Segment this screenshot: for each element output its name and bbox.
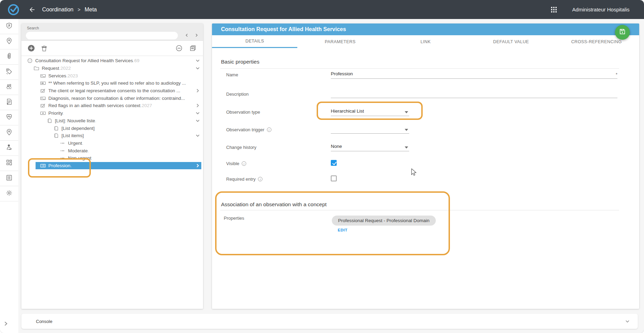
details-panel: Consultation Request for Allied Health S…	[212, 23, 639, 309]
location-pin-icon	[6, 37, 13, 46]
tree-item[interactable]: Consultation Request for Allied Health S…	[21, 57, 203, 65]
tab-details[interactable]: DETAILS	[212, 35, 297, 48]
collapse-all-button[interactable]	[175, 44, 183, 53]
tree-item-label: Non-urgent	[68, 155, 92, 161]
tree-item[interactable]: Request.2022	[21, 65, 203, 72]
nav-documents[interactable]	[0, 95, 18, 110]
section-divider	[220, 210, 619, 210]
nav-settings[interactable]	[0, 186, 18, 201]
tree-toolbar	[21, 41, 203, 56]
tab-bar: DETAILS PARAMETERS LINK DEFAULT VALUE CR…	[212, 35, 639, 48]
chevron-right-icon[interactable]	[195, 88, 200, 93]
tree-item[interactable]: ** When referring to SLP, you will need …	[21, 79, 203, 87]
user-menu[interactable]: Administrateur Hospitalis	[572, 7, 629, 12]
app-logo-check-icon	[7, 3, 20, 16]
tab-parameters[interactable]: PARAMETERS	[297, 35, 383, 48]
chevron-down-icon[interactable]	[195, 118, 200, 123]
change-history-value: None	[331, 144, 342, 149]
label-icon	[40, 80, 46, 86]
properties-label: Properties	[224, 216, 244, 221]
observation-trigger-select[interactable]	[331, 126, 409, 134]
search-input[interactable]	[26, 32, 178, 39]
tree-item-profession[interactable]: Profession.	[21, 162, 203, 170]
heart-pulse-icon	[6, 113, 13, 122]
dashboard-icon	[6, 159, 13, 168]
tree-item[interactable]: [List dependent]	[21, 124, 203, 132]
chevron-down-icon[interactable]	[195, 133, 200, 138]
nav-rail	[0, 19, 18, 333]
tree-item-label: Profession	[48, 163, 70, 168]
change-history-select[interactable]: None	[331, 144, 409, 151]
tree-item[interactable]: [List]: Nouvelle liste.	[21, 117, 203, 125]
field-label: Observation type	[226, 108, 331, 115]
tree-item[interactable]: Red flags in an allied health services c…	[21, 102, 203, 110]
duplicate-button[interactable]	[189, 44, 197, 53]
tree-item[interactable]: [List items]	[21, 132, 203, 140]
tree-item[interactable]: Services.2023	[21, 72, 203, 79]
info-icon[interactable]: i	[242, 161, 246, 166]
panel-title-bar: Consultation Request for Allied Health S…	[212, 23, 639, 35]
apps-grid-icon[interactable]	[548, 4, 560, 16]
list-page-icon	[53, 125, 59, 131]
field-label: Visiblei	[226, 160, 331, 166]
search-prev-chevron-icon[interactable]	[184, 32, 190, 39]
property-chip[interactable]: Professional Request - Professional Doma…	[332, 216, 436, 226]
nav-care-providers[interactable]	[0, 141, 18, 156]
description-input[interactable]	[331, 91, 617, 98]
nav-medical-config[interactable]	[0, 19, 18, 34]
save-button[interactable]	[615, 25, 630, 40]
visible-checkbox[interactable]	[331, 160, 337, 166]
search-label: Search	[27, 26, 39, 30]
tree-item-suffix: .69	[133, 58, 140, 63]
observation-type-select[interactable]: Hierarchical List	[331, 108, 409, 116]
location-pin-icon	[6, 129, 13, 137]
section-heading-basic: Basic properties	[221, 59, 259, 65]
info-icon[interactable]: i	[258, 177, 262, 181]
list-item-icon	[60, 140, 66, 146]
nav-health-conditions[interactable]	[0, 110, 18, 125]
nav-forms[interactable]	[0, 171, 18, 186]
field-row-observation-type: Observation type Hierarchical List	[226, 108, 617, 116]
chevron-down-icon[interactable]	[195, 66, 200, 70]
nav-dashboard[interactable]	[0, 156, 18, 171]
tree-item[interactable]: Urgent.	[21, 140, 203, 147]
field-label: Name	[226, 71, 331, 77]
tree-item-label: Red flags in an allied health services c…	[48, 103, 140, 108]
required-entry-checkbox[interactable]	[331, 175, 337, 181]
field-row-name: Name Profession*	[226, 71, 617, 79]
dropdown-arrow-icon	[405, 129, 408, 133]
chevron-down-icon[interactable]	[195, 58, 200, 63]
expand-rail-chevron-icon[interactable]	[3, 321, 9, 327]
medical-shield-icon	[6, 22, 13, 31]
chevron-down-icon[interactable]	[625, 318, 630, 324]
nav-locations[interactable]	[0, 34, 18, 49]
tab-link[interactable]: LINK	[383, 35, 468, 48]
nav-tags[interactable]	[0, 65, 18, 80]
chevron-right-icon[interactable]	[195, 103, 200, 108]
breadcrumb-item[interactable]: Coordination	[42, 7, 74, 13]
field-row-change-history: Change history None	[226, 144, 617, 151]
back-arrow-icon[interactable]	[26, 4, 38, 16]
delete-node-button[interactable]	[40, 44, 48, 53]
nav-attachments[interactable]	[0, 49, 18, 65]
nav-sites[interactable]	[0, 125, 18, 141]
search-next-chevron-icon[interactable]	[193, 32, 200, 39]
chevron-down-icon[interactable]	[195, 111, 200, 115]
tree-item[interactable]: Non-urgent	[21, 154, 203, 162]
nav-user-groups[interactable]	[0, 80, 18, 95]
name-input[interactable]: Profession*	[331, 71, 617, 79]
tree-item[interactable]: Moderate.	[21, 147, 203, 154]
chevron-right-icon[interactable]	[195, 163, 200, 168]
edit-link[interactable]: EDIT	[338, 228, 347, 232]
add-node-button[interactable]	[27, 44, 35, 53]
tree-item-suffix: .	[70, 163, 72, 168]
tree-item[interactable]: Priority.	[21, 110, 203, 117]
tree-item[interactable]: The client or legal representative conse…	[21, 87, 203, 95]
tab-default-value[interactable]: DEFAULT VALUE	[468, 35, 554, 48]
person-care-icon	[6, 144, 13, 152]
tree-item[interactable]: Diagnosis, reason for consultation & oth…	[21, 94, 203, 102]
info-icon[interactable]: i	[267, 127, 271, 132]
tree-item-label: Moderate	[68, 148, 88, 153]
breadcrumb-item[interactable]: Meta	[85, 7, 97, 13]
console-bar[interactable]: Console	[21, 314, 638, 329]
